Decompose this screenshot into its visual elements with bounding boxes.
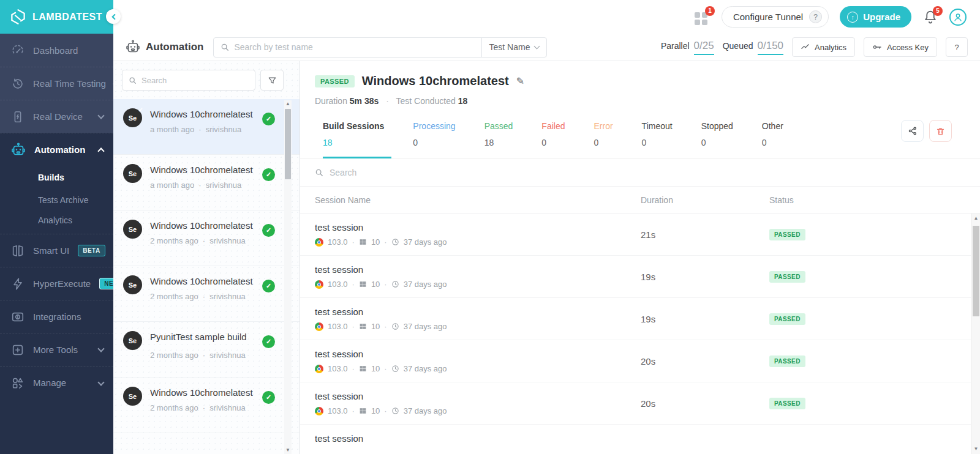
scroll-up-arrow[interactable]: ▲ [971, 215, 980, 222]
sidebar-item-dashboard[interactable]: Dashboard [0, 34, 113, 67]
apps-grid-button[interactable]: 1 [695, 9, 710, 25]
chrome-icon [315, 280, 323, 289]
build-info: Windows 10chromelatest 2 months agosrivi… [150, 387, 279, 425]
session-table-scrollbar[interactable]: ▲ ▼ [971, 214, 980, 454]
tunnel-help-icon[interactable]: ? [809, 10, 822, 23]
trash-icon [936, 127, 945, 136]
share-button[interactable] [901, 120, 924, 142]
session-row[interactable]: test session 103.0 10 37 days ago 20s [300, 382, 980, 425]
session-row-partial[interactable]: test session [300, 425, 980, 454]
column-status: Status [769, 195, 980, 205]
test-search-input[interactable] [229, 42, 481, 52]
passed-check-icon: ✓ [262, 335, 275, 348]
sidebar-subitem-builds[interactable]: Builds [0, 166, 113, 188]
session-name: test session [315, 222, 641, 233]
build-search-input[interactable] [141, 76, 249, 85]
main-region: 1 Configure Tunnel ? ↑ Upgrade 5 [113, 0, 980, 454]
build-name: Windows 10chromelatest [150, 220, 279, 232]
passed-check-icon: ✓ [262, 168, 275, 181]
configure-tunnel-label: Configure Tunnel [733, 12, 803, 22]
chevron-down-icon [97, 345, 104, 352]
notifications-badge: 5 [933, 6, 943, 16]
session-duration: 19s [641, 272, 769, 282]
sidebar-item-manage[interactable]: Manage [0, 366, 113, 454]
analytics-button[interactable]: Analytics [792, 37, 855, 57]
build-meta: a month agosrivishnua [150, 180, 279, 190]
build-search-box [122, 70, 255, 91]
sidebar-item-more-tools[interactable]: More Tools [0, 333, 113, 366]
build-meta: 2 months agosrivishnua [150, 403, 279, 412]
build-list-item[interactable]: Se PyunitTest sample build 2 months agos… [113, 322, 300, 378]
sidebar-item-automation[interactable]: Automation [0, 133, 113, 166]
access-key-button[interactable]: Access Key [864, 37, 937, 57]
tab-processing[interactable]: Processing 0 [413, 116, 462, 158]
build-list-item[interactable]: Se Windows 10chromelatest 2 months agosr… [113, 266, 300, 322]
scrollbar-thumb[interactable] [285, 109, 291, 179]
selenium-icon: Se [123, 220, 142, 239]
scroll-up-arrow[interactable]: ▲ [284, 100, 292, 108]
mobile-device-icon [11, 110, 24, 124]
sidebar-subitem-label: Analytics [38, 215, 72, 225]
build-list-scrollbar[interactable]: ▲ ▼ [284, 100, 292, 454]
scroll-down-arrow[interactable]: ▼ [284, 447, 292, 454]
chrome-icon [315, 322, 323, 331]
session-status-badge: PASSED [769, 229, 805, 240]
build-list-item[interactable]: Se Windows 10chromelatest 2 months agosr… [113, 210, 300, 266]
sidebar-item-label: Manage [33, 378, 90, 388]
sidebar-subitem-analytics[interactable]: Analytics [0, 211, 113, 234]
build-list-item[interactable]: Se Windows 10chromelatest a month agosri… [113, 99, 300, 155]
session-tabs: Build Sessions 18 Processing 0 Passed 18… [300, 116, 980, 158]
upgrade-button[interactable]: ↑ Upgrade [840, 6, 911, 28]
sidebar-subitem-tests-archive[interactable]: Tests Archive [0, 188, 113, 211]
tab-timeout[interactable]: Timeout 0 [642, 116, 680, 158]
filter-button[interactable] [260, 70, 284, 91]
session-row[interactable]: test session 103.0 10 37 days ago 21s [300, 214, 980, 256]
tab-stopped[interactable]: Stopped 0 [701, 116, 741, 158]
profile-avatar-button[interactable] [949, 9, 967, 26]
robot-icon [126, 40, 140, 54]
scroll-down-arrow[interactable]: ▼ [971, 445, 980, 453]
build-status-badge: PASSED [315, 75, 355, 87]
sidebar-item-smart-ui[interactable]: Smart UI BETA [0, 234, 113, 267]
tab-error[interactable]: Error 0 [594, 116, 620, 158]
sidebar-item-real-time-testing[interactable]: Real Time Testing [0, 67, 113, 100]
edit-pencil-icon[interactable]: ✎ [516, 75, 524, 87]
session-search-input[interactable] [330, 168, 965, 177]
tab-other[interactable]: Other 0 [762, 116, 791, 158]
selenium-icon: Se [123, 387, 142, 406]
sidebar-collapse-button[interactable] [106, 9, 121, 24]
build-title: Windows 10chromelatest [362, 74, 509, 88]
tab-build-sessions[interactable]: Build Sessions 18 [323, 116, 391, 158]
notifications-button[interactable]: 5 [922, 9, 938, 25]
passed-check-icon: ✓ [262, 113, 275, 125]
search-scope-dropdown[interactable]: Test Name [481, 38, 547, 57]
delete-button[interactable] [929, 120, 952, 142]
session-table-body: test session 103.0 10 37 days ago 21s [300, 214, 980, 454]
build-detail-panel: PASSED Windows 10chromelatest ✎ Duration… [300, 61, 980, 454]
smart-ui-icon [11, 244, 24, 258]
tab-failed[interactable]: Failed 0 [541, 116, 572, 158]
scrollbar-thumb[interactable] [973, 226, 979, 316]
clock-icon [391, 322, 399, 330]
session-row[interactable]: test session 103.0 10 37 days ago 20s [300, 340, 980, 382]
sidebar-item-label: HyperExecute [33, 278, 91, 289]
sidebar-item-integrations[interactable]: Integrations [0, 300, 113, 333]
tab-label: Build Sessions [323, 121, 384, 131]
session-status-badge: PASSED [769, 313, 805, 325]
sidebar-item-real-device[interactable]: Real Device [0, 100, 113, 133]
session-row[interactable]: test session 103.0 10 37 days ago 19s [300, 298, 980, 340]
sidebar-item-hyperexecute[interactable]: HyperExecute NEW [0, 267, 113, 300]
configure-tunnel-button[interactable]: Configure Tunnel ? [722, 6, 829, 28]
lambdatest-logo-icon [10, 9, 26, 25]
build-name: PyunitTest sample build [150, 331, 279, 343]
session-row[interactable]: test session 103.0 10 37 days ago 19s [300, 256, 980, 298]
tab-passed[interactable]: Passed 18 [484, 116, 521, 158]
build-list-item[interactable]: Se Windows 10chromelatest a month agosri… [113, 155, 300, 210]
parallel-value: 0/25 [694, 40, 714, 55]
build-meta: 2 months agosrivishnua [150, 351, 279, 360]
tab-count: 0 [413, 138, 455, 147]
build-list-item[interactable]: Se Windows 10chromelatest 2 months agosr… [113, 378, 300, 433]
sidebar-item-label: Dashboard [33, 45, 104, 56]
help-button[interactable]: ? [946, 37, 968, 57]
build-name: Windows 10chromelatest [150, 387, 279, 399]
